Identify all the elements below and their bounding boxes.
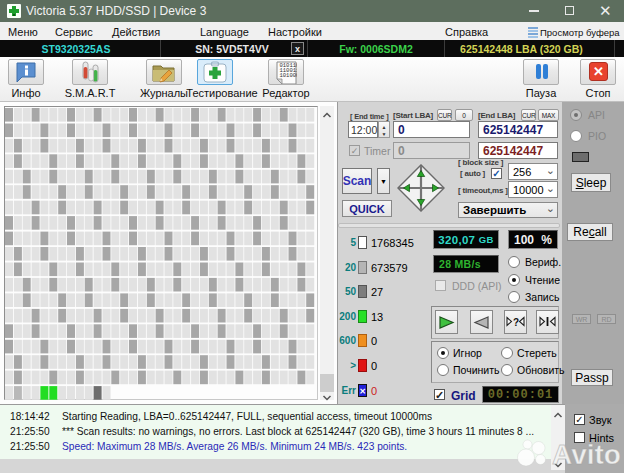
svg-text:Avito: Avito xyxy=(552,439,621,470)
svg-text:101000: 101000 xyxy=(280,72,298,79)
svg-text:?: ? xyxy=(513,317,519,328)
